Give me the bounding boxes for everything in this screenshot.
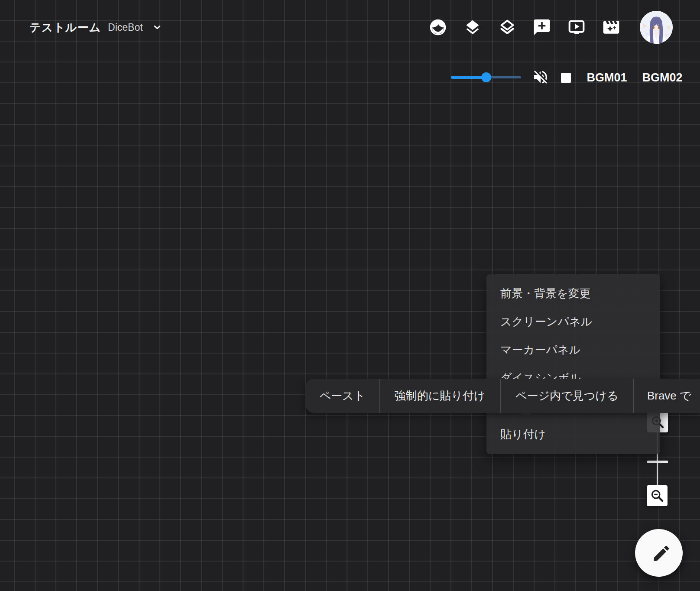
add-message-button[interactable] (532, 18, 551, 37)
volume-off-icon (532, 68, 549, 86)
volume-slider-fill (451, 76, 486, 79)
video-panel-icon (567, 18, 586, 37)
edit-fab-button[interactable] (635, 529, 683, 577)
zoom-out-button[interactable] (647, 485, 668, 506)
character-button[interactable] (428, 18, 447, 37)
layers-outline-icon (498, 18, 517, 37)
menu-item-marker-panel[interactable]: マーカーパネル (486, 336, 660, 364)
edit-pencil-icon (651, 543, 671, 563)
background-layer-button[interactable] (498, 18, 517, 37)
toolbar-item-force-paste[interactable]: 強制的に貼り付け (380, 379, 500, 413)
toolbar-item-paste[interactable]: ペースト (305, 379, 379, 413)
layers-filled-icon (463, 18, 482, 37)
menu-item-screen-panel[interactable]: スクリーンパネル (486, 308, 660, 336)
toolbar-item-find-in-page[interactable]: ページ内で見つける (501, 379, 633, 413)
stop-icon (561, 73, 571, 83)
user-avatar[interactable] (640, 11, 673, 44)
zoom-out-icon (650, 488, 664, 503)
room-title-menu[interactable]: テストルーム DiceBot (29, 19, 162, 36)
foreground-layer-button[interactable] (463, 18, 482, 37)
menu-item-change-background[interactable]: 前景・背景を変更 (486, 279, 660, 308)
cut-in-button[interactable] (602, 18, 621, 37)
mute-button[interactable] (532, 68, 549, 86)
bgm-track-1[interactable]: BGM01 (579, 71, 635, 84)
face-icon (428, 18, 447, 37)
bgm-track-2[interactable]: BGM02 (634, 71, 690, 84)
browser-selection-toolbar: ペースト 強制的に貼り付け ページ内で見つける Brave で (305, 379, 700, 413)
room-name: テストルーム (29, 20, 101, 35)
movie-filter-icon (602, 18, 621, 37)
toolbar-notch (520, 413, 532, 419)
toolbar-item-brave-search[interactable]: Brave で (634, 379, 700, 413)
dicebot-label: DiceBot (108, 22, 143, 33)
header-toolbar (428, 18, 621, 37)
avatar-image (640, 11, 673, 44)
chevron-down-icon (152, 23, 162, 32)
stop-button[interactable] (560, 71, 573, 84)
canvas-context-menu: 前景・背景を変更 スクリーンパネル マーカーパネル ダイスシンボル 貼り付け (486, 274, 660, 454)
add-comment-icon (532, 18, 551, 37)
zoom-slider-thumb[interactable] (647, 461, 668, 463)
screen-panel-button[interactable] (567, 18, 586, 37)
menu-item-paste[interactable]: 貼り付け (486, 420, 660, 448)
volume-slider-thumb[interactable] (481, 72, 491, 82)
